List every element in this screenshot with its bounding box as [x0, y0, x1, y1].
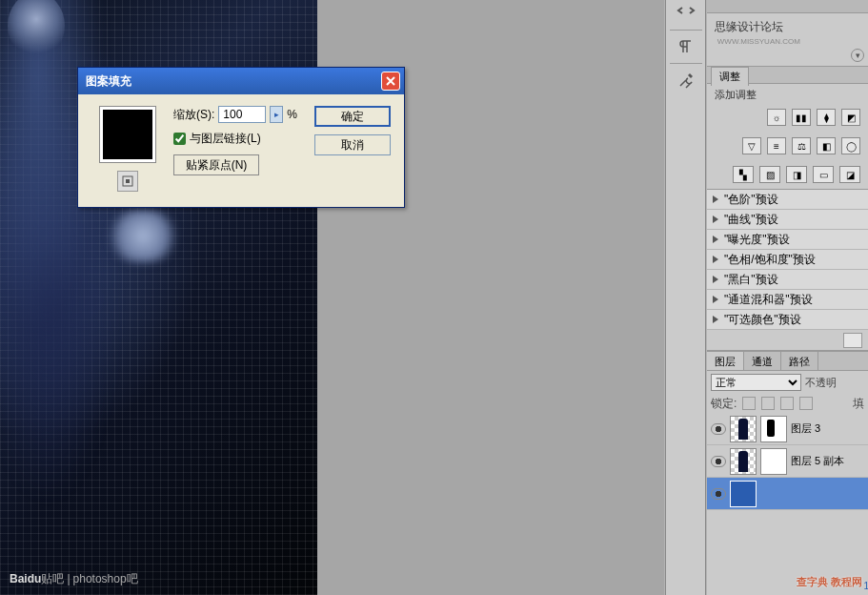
preset-levels[interactable]: "色阶"预设: [707, 190, 868, 210]
invert-icon[interactable]: ▚: [733, 166, 754, 183]
levels-icon[interactable]: ▮▮: [792, 109, 811, 126]
panels-column: 思缘设计论坛 WWW.MISSYUAN.COM ▾ 调整 添加调整 ☼ ▮▮ ⧫…: [707, 0, 868, 595]
preset-exposure[interactable]: "曝光度"预设: [707, 230, 868, 250]
snap-origin-button[interactable]: 贴紧原点(N): [173, 154, 259, 175]
bw-icon[interactable]: ◧: [817, 137, 836, 154]
dialog-title-bar[interactable]: 图案填充: [78, 68, 404, 94]
layer-name[interactable]: 图层 3: [791, 421, 820, 436]
chevron-right-icon: [713, 195, 718, 203]
chevron-right-icon: [713, 256, 718, 263]
scale-stepper[interactable]: [270, 106, 283, 123]
layer-thumbnail[interactable]: [730, 481, 757, 507]
dialog-title: 图案填充: [86, 73, 131, 90]
blend-opacity-row: 正常 不透明: [707, 371, 868, 394]
lock-brush-icon[interactable]: [761, 397, 775, 410]
preset-footer: [707, 330, 868, 351]
close-button[interactable]: [381, 72, 400, 91]
watermark-right: 查字典 教程网: [797, 575, 862, 589]
preset-curves[interactable]: "曲线"预设: [707, 210, 868, 230]
gradient-map-icon[interactable]: ▭: [813, 166, 834, 183]
close-icon: [385, 75, 396, 87]
scale-input[interactable]: [218, 106, 266, 123]
visibility-icon[interactable]: [711, 488, 726, 500]
vibrance-icon[interactable]: ▽: [742, 137, 761, 154]
posterize-icon[interactable]: ▨: [759, 166, 780, 183]
svg-rect-1: [126, 179, 130, 183]
fill-label: 填: [853, 396, 864, 412]
percent-label: %: [287, 108, 297, 121]
tools-icon[interactable]: [672, 69, 700, 92]
hue-icon[interactable]: ≡: [767, 137, 786, 154]
preset-list: "色阶"预设 "曲线"预设 "曝光度"预设 "色相/饱和度"预设 "黑白"预设 …: [707, 189, 868, 330]
exposure-icon[interactable]: ◩: [841, 109, 860, 126]
pattern-fill-dialog: 图案填充 缩放(S): % 与图层链接(L) 贴紧原点(N): [77, 67, 405, 208]
ok-button[interactable]: 确定: [314, 106, 391, 127]
scale-label: 缩放(S):: [173, 107, 214, 123]
tab-layers[interactable]: 图层: [707, 352, 744, 370]
layer-list: 图层 3 图层 5 副本: [707, 413, 868, 595]
brightness-icon[interactable]: ☼: [767, 109, 786, 126]
pattern-swatch[interactable]: [99, 106, 156, 163]
layer-row[interactable]: 图层 3: [707, 413, 868, 445]
curves-icon[interactable]: ⧫: [817, 109, 836, 126]
right-toolbar: [665, 0, 706, 595]
adjust-icons-row-2: ▽ ≡ ⚖ ◧ ◯: [707, 132, 868, 160]
layer-thumbnail[interactable]: [730, 416, 757, 442]
snap-to-origin-icon: [121, 174, 134, 188]
balance-icon[interactable]: ⚖: [792, 137, 811, 154]
layer-mask-thumbnail[interactable]: [760, 416, 787, 442]
side-number: 1: [863, 581, 868, 591]
dropdown-icon[interactable]: ▾: [851, 49, 864, 62]
paragraph-icon[interactable]: [672, 35, 700, 58]
watermark-left: Baidu贴吧 | photoshop吧: [10, 571, 138, 587]
layer-mask-thumbnail[interactable]: [760, 448, 787, 475]
adjust-icons-row-1: ☼ ▮▮ ⧫ ◩: [707, 103, 868, 132]
blend-mode-select[interactable]: 正常: [711, 374, 801, 391]
layers-panel: 图层 通道 路径 正常 不透明 锁定: 填 图层 3: [707, 351, 868, 595]
cancel-button[interactable]: 取消: [314, 134, 391, 155]
layer-name[interactable]: 图层 5 副本: [791, 454, 844, 468]
add-adjustment-label: 添加调整: [707, 84, 868, 103]
lock-pixels-icon[interactable]: [742, 397, 756, 410]
dialog-body: 缩放(S): % 与图层链接(L) 贴紧原点(N) 确定 取消: [78, 94, 404, 207]
lock-move-icon[interactable]: [780, 397, 794, 410]
visibility-icon[interactable]: [711, 423, 726, 435]
scale-row: 缩放(S): %: [173, 106, 307, 123]
chevron-right-icon: [713, 296, 718, 303]
link-with-layer-row: 与图层链接(L): [173, 131, 307, 147]
layer-row-selected[interactable]: [707, 478, 868, 510]
lock-row: 锁定: 填: [707, 394, 868, 413]
chevron-right-icon: [713, 276, 718, 283]
adjust-icons-row-3: ▚ ▨ ◨ ▭ ◪: [707, 160, 868, 189]
panel-grip[interactable]: [707, 0, 868, 13]
link-with-layer-checkbox[interactable]: [173, 133, 186, 145]
layer-row[interactable]: 图层 5 副本: [707, 445, 868, 478]
lock-all-icon[interactable]: [799, 397, 813, 410]
photo-filter-icon[interactable]: ◯: [841, 137, 860, 154]
lock-label: 锁定:: [711, 396, 737, 412]
chevron-right-icon: [713, 316, 718, 323]
tab-paths[interactable]: 路径: [781, 352, 818, 370]
chevron-right-icon: [713, 236, 718, 243]
preset-bw[interactable]: "黑白"预设: [707, 270, 868, 290]
chevron-right-icon: [713, 215, 718, 223]
link-with-layer-label: 与图层链接(L): [190, 131, 261, 147]
adjustments-tab-row: 调整: [707, 67, 868, 84]
forum-info: 思缘设计论坛 WWW.MISSYUAN.COM ▾: [707, 13, 868, 67]
expand-icon[interactable]: [672, 2, 700, 25]
new-adjustment-icon[interactable]: [843, 333, 862, 348]
opacity-label: 不透明: [805, 376, 837, 390]
selective-color-icon[interactable]: ◪: [839, 166, 860, 183]
layer-thumbnail[interactable]: [730, 448, 757, 475]
preset-channel-mixer[interactable]: "通道混和器"预设: [707, 290, 868, 310]
visibility-icon[interactable]: [711, 456, 726, 467]
tab-channels[interactable]: 通道: [744, 352, 781, 370]
preset-selective-color[interactable]: "可选颜色"预设: [707, 310, 868, 330]
threshold-icon[interactable]: ◨: [786, 166, 807, 183]
preset-hue-sat[interactable]: "色相/饱和度"预设: [707, 250, 868, 270]
figure-hand: [110, 210, 176, 262]
layers-panel-tabs: 图层 通道 路径: [707, 352, 868, 371]
tab-adjust[interactable]: 调整: [711, 67, 749, 86]
snap-icon[interactable]: [117, 171, 138, 192]
